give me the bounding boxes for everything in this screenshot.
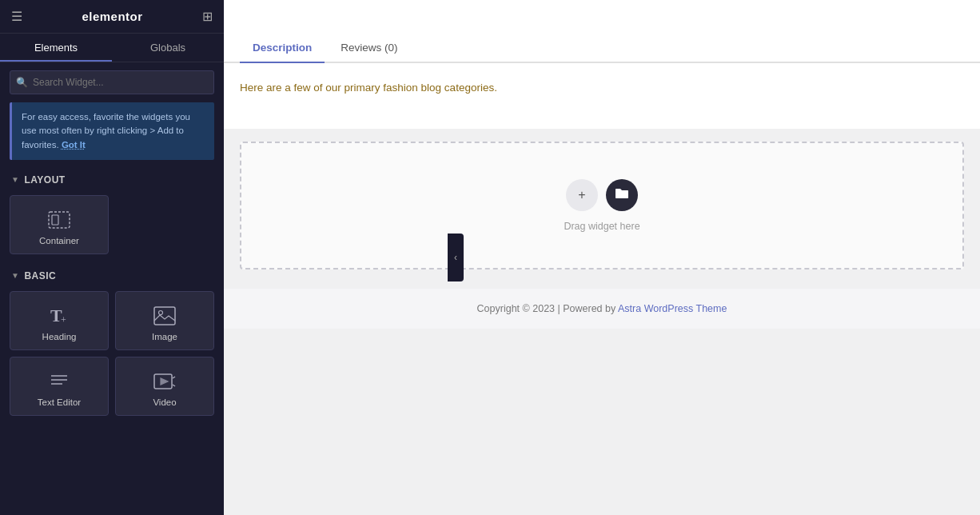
tab-description[interactable]: Description xyxy=(240,32,325,62)
video-icon xyxy=(152,370,177,393)
collapse-panel-button[interactable]: ‹ xyxy=(448,234,464,281)
tip-text: For easy access, favorite the widgets yo… xyxy=(22,112,190,150)
svg-rect-4 xyxy=(154,307,175,325)
search-container: 🔍 xyxy=(0,62,224,102)
open-template-button[interactable] xyxy=(606,179,638,211)
basic-arrow-icon: ▼ xyxy=(11,271,19,280)
basic-section-label: Basic xyxy=(24,270,56,281)
basic-section-header[interactable]: ▼ Basic xyxy=(0,264,224,288)
page-content-top xyxy=(224,0,980,32)
canvas-footer: Copyright © 2023 | Powered by Astra Word… xyxy=(224,289,980,329)
text-editor-icon xyxy=(46,370,72,393)
svg-text:+: + xyxy=(61,314,66,325)
widget-heading[interactable]: T + Heading xyxy=(10,291,109,350)
container-icon xyxy=(46,209,72,231)
tip-box: For easy access, favorite the widgets yo… xyxy=(10,102,214,160)
search-icon: 🔍 xyxy=(16,77,28,88)
folder-icon xyxy=(615,188,629,202)
canvas-area: Description Reviews (0) Here are a few o… xyxy=(224,0,980,515)
add-widget-button[interactable]: + xyxy=(566,179,598,211)
layout-section-header[interactable]: ▼ Layout xyxy=(0,168,224,192)
image-label: Image xyxy=(152,332,177,341)
footer-text-before: Copyright © 2023 | Powered by xyxy=(477,303,618,314)
tab-elements[interactable]: Elements xyxy=(0,34,112,62)
svg-marker-10 xyxy=(161,378,168,385)
logo-title: elementor xyxy=(82,10,142,23)
collapse-icon: ‹ xyxy=(454,252,457,263)
search-input[interactable] xyxy=(10,70,214,94)
panel-header: ☰ elementor ⊞ xyxy=(0,0,224,34)
hamburger-icon[interactable]: ☰ xyxy=(11,9,22,24)
panel-tabs: Elements Globals xyxy=(0,34,224,62)
svg-line-12 xyxy=(173,385,175,386)
svg-rect-1 xyxy=(52,215,58,225)
widget-text-editor[interactable]: Text Editor xyxy=(10,357,109,416)
basic-widget-grid: T + Heading Image xyxy=(0,288,224,425)
tab-globals[interactable]: Globals xyxy=(112,34,224,62)
layout-arrow-icon: ▼ xyxy=(11,175,19,184)
content-spacer xyxy=(224,121,980,129)
widget-container[interactable]: Container xyxy=(10,195,109,254)
drop-zone-label: Drag widget here xyxy=(564,221,639,232)
svg-line-11 xyxy=(173,377,175,378)
panel-scroll: ▼ Layout Container ▼ Basic xyxy=(0,168,224,515)
container-label: Container xyxy=(39,236,79,246)
tab-reviews[interactable]: Reviews (0) xyxy=(328,32,410,62)
plus-icon: + xyxy=(578,188,585,202)
drop-zone: + Drag widget here xyxy=(240,142,964,269)
svg-point-5 xyxy=(159,310,163,314)
drop-zone-buttons: + xyxy=(566,179,638,211)
layout-widget-grid: Container xyxy=(0,192,224,264)
product-tabs-bar: Description Reviews (0) xyxy=(224,32,980,63)
left-panel: ☰ elementor ⊞ Elements Globals 🔍 For eas… xyxy=(0,0,224,515)
video-label: Video xyxy=(153,397,176,407)
image-icon xyxy=(152,305,177,327)
heading-label: Heading xyxy=(42,332,77,341)
heading-icon: T + xyxy=(46,305,72,327)
layout-section-label: Layout xyxy=(24,174,65,186)
footer-link[interactable]: Astra WordPress Theme xyxy=(618,303,727,314)
description-text: Here are a few of our primary fashion bl… xyxy=(240,79,964,97)
text-editor-label: Text Editor xyxy=(38,397,81,407)
grid-icon[interactable]: ⊞ xyxy=(202,9,213,24)
got-it-link[interactable]: Got It xyxy=(62,140,86,150)
description-content: Here are a few of our primary fashion bl… xyxy=(224,63,980,121)
widget-video[interactable]: Video xyxy=(115,357,214,416)
widget-image[interactable]: Image xyxy=(115,291,214,350)
